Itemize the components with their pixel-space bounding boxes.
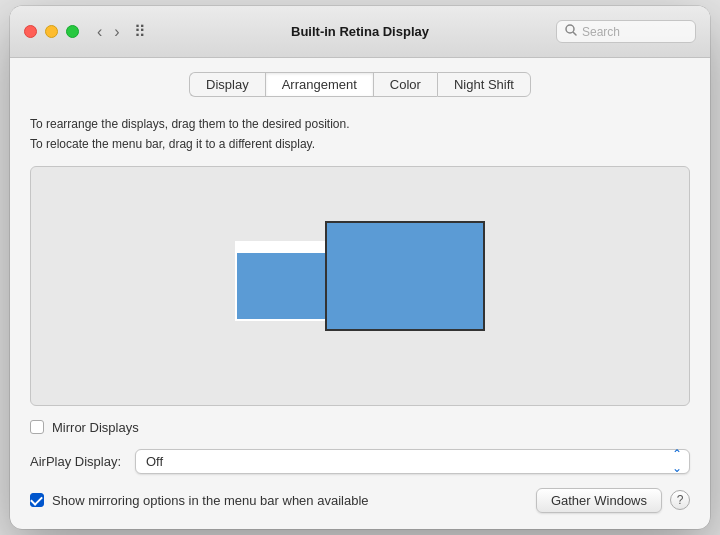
instruction-line2: To relocate the menu bar, drag it to a d…: [30, 135, 690, 154]
arrangement-area[interactable]: [30, 166, 690, 406]
search-box[interactable]: [556, 20, 696, 43]
airplay-row: AirPlay Display: Off On ⌃⌄: [30, 449, 690, 474]
mirror-displays-label: Mirror Displays: [52, 420, 139, 435]
back-button[interactable]: ‹: [93, 22, 106, 42]
displays-wrapper: [235, 221, 485, 351]
instruction-line1: To rearrange the displays, drag them to …: [30, 115, 690, 134]
minimize-button[interactable]: [45, 25, 58, 38]
bottom-row: Show mirroring options in the menu bar w…: [30, 488, 690, 513]
show-mirroring-checkbox[interactable]: [30, 493, 44, 507]
titlebar: ‹ › ⠿ Built-in Retina Display: [10, 6, 710, 58]
forward-button[interactable]: ›: [110, 22, 123, 42]
search-icon: [565, 24, 577, 39]
display-primary[interactable]: [235, 241, 335, 321]
search-input[interactable]: [582, 25, 687, 39]
mirror-displays-row: Mirror Displays: [30, 420, 690, 435]
help-button[interactable]: ?: [670, 490, 690, 510]
grid-icon: ⠿: [134, 22, 146, 41]
nav-buttons: ‹ ›: [93, 22, 124, 42]
tab-night-shift[interactable]: Night Shift: [437, 72, 531, 97]
svg-line-1: [574, 33, 577, 36]
show-mirroring-label: Show mirroring options in the menu bar w…: [52, 493, 528, 508]
display-secondary[interactable]: [325, 221, 485, 331]
tabs-container: Display Arrangement Color Night Shift: [10, 58, 710, 107]
airplay-label: AirPlay Display:: [30, 454, 125, 469]
tab-arrangement[interactable]: Arrangement: [265, 72, 373, 97]
tab-color[interactable]: Color: [373, 72, 437, 97]
window-title: Built-in Retina Display: [291, 24, 429, 39]
menubar-stripe: [237, 243, 333, 253]
main-window: ‹ › ⠿ Built-in Retina Display Display Ar…: [10, 6, 710, 528]
instructions: To rearrange the displays, drag them to …: [30, 115, 690, 153]
mirror-displays-checkbox[interactable]: [30, 420, 44, 434]
svg-point-0: [566, 25, 574, 33]
airplay-select-wrapper: Off On ⌃⌄: [135, 449, 690, 474]
close-button[interactable]: [24, 25, 37, 38]
content-area: To rearrange the displays, drag them to …: [10, 107, 710, 528]
airplay-select[interactable]: Off On: [135, 449, 690, 474]
traffic-lights: [24, 25, 79, 38]
gather-windows-button[interactable]: Gather Windows: [536, 488, 662, 513]
tab-display[interactable]: Display: [189, 72, 265, 97]
maximize-button[interactable]: [66, 25, 79, 38]
